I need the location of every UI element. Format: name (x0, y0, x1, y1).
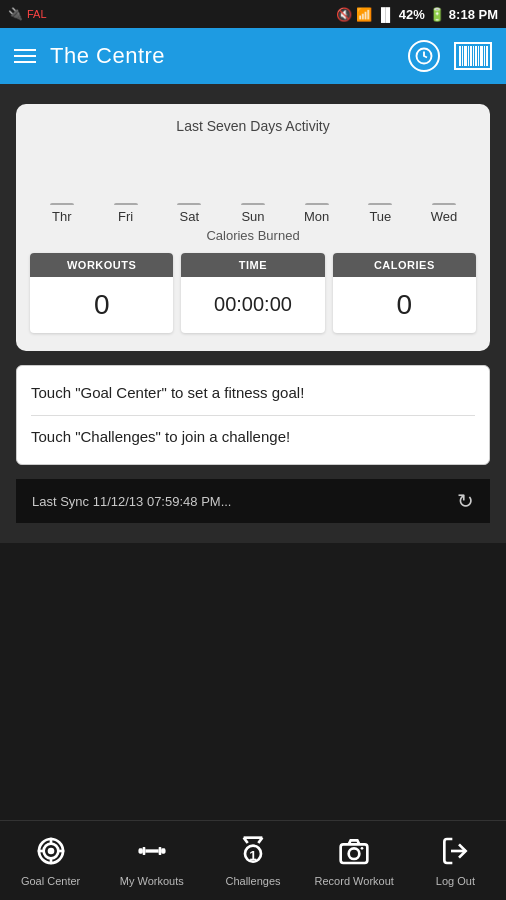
nav-my-workouts-label: My Workouts (120, 875, 184, 887)
svg-rect-9 (142, 847, 145, 855)
nav-goal-center[interactable]: Goal Center (0, 827, 101, 895)
wifi-icon: 📶 (356, 7, 372, 22)
app-bar: The Centre (0, 28, 506, 84)
nav-log-out[interactable]: Log Out (405, 827, 506, 895)
day-col-sat: Sat (163, 145, 215, 224)
refresh-icon[interactable]: ↻ (457, 489, 474, 513)
time-stat-card: TIME 00:00:00 (181, 253, 324, 333)
barcode-button[interactable] (454, 42, 492, 70)
svg-point-1 (47, 847, 54, 854)
day-col-fri: Fri (100, 145, 152, 224)
status-bar: 🔌 FAL 🔇 📶 ▐▌ 42% 🔋 8:18 PM (0, 0, 506, 28)
day-col-mon: Mon (291, 145, 343, 224)
usb-icon: 🔌 (8, 7, 23, 21)
hamburger-menu-button[interactable] (14, 49, 36, 63)
logout-icon (439, 835, 471, 871)
battery-icon: 🔋 (429, 7, 445, 22)
clock-button[interactable] (408, 40, 440, 72)
app-title: The Centre (50, 43, 165, 69)
nav-log-out-label: Log Out (436, 875, 475, 887)
time-stat-header: TIME (181, 253, 324, 277)
battery-label: 42% (399, 7, 425, 22)
medal-icon: 1 (237, 835, 269, 871)
tips-card: Touch "Goal Center" to set a fitness goa… (16, 365, 490, 465)
bar-chart: Thr Fri Sat Sun Mon Tue (30, 144, 476, 224)
tips-line2: Touch "Challenges" to join a challenge! (31, 426, 475, 449)
day-col-tue: Tue (354, 145, 406, 224)
target-icon (35, 835, 67, 871)
bottom-nav: Goal Center My Workouts 1 (0, 820, 506, 900)
notification-icon: FAL (27, 8, 47, 20)
signal-icon: ▐▌ (376, 7, 394, 22)
activity-card: Last Seven Days Activity Thr Fri Sat Sun (16, 104, 490, 351)
app-bar-right (408, 40, 492, 72)
camera-icon (338, 835, 370, 871)
calories-stat-header: CALORIES (333, 253, 476, 277)
status-right: 🔇 📶 ▐▌ 42% 🔋 8:18 PM (336, 7, 498, 22)
time-stat-value: 00:00:00 (181, 277, 324, 332)
day-col-thr: Thr (36, 145, 88, 224)
svg-rect-11 (158, 847, 161, 855)
calories-stat-value: 0 (333, 277, 476, 333)
nav-challenges[interactable]: 1 Challenges (202, 827, 303, 895)
nav-goal-center-label: Goal Center (21, 875, 80, 887)
sync-text: Last Sync 11/12/13 07:59:48 PM... (32, 494, 231, 509)
nav-challenges-label: Challenges (225, 875, 280, 887)
tips-line1: Touch "Goal Center" to set a fitness goa… (31, 382, 475, 405)
tips-divider (31, 415, 475, 416)
mute-icon: 🔇 (336, 7, 352, 22)
svg-rect-14 (161, 849, 165, 852)
barcode-graphic (459, 46, 488, 66)
dumbbell-icon (136, 835, 168, 871)
day-col-sun: Sun (227, 145, 279, 224)
nav-record-workout-label: Record Workout (315, 875, 394, 887)
calories-burned-label: Calories Burned (30, 228, 476, 243)
svg-rect-13 (138, 849, 142, 852)
clock-display: 8:18 PM (449, 7, 498, 22)
nav-record-workout[interactable]: Record Workout (304, 827, 405, 895)
status-left: 🔌 FAL (8, 7, 47, 21)
svg-text:1: 1 (249, 848, 257, 863)
workouts-stat-card: WORKOUTS 0 (30, 253, 173, 333)
stats-row: WORKOUTS 0 TIME 00:00:00 CALORIES 0 (30, 253, 476, 333)
svg-point-22 (361, 847, 364, 850)
app-bar-left: The Centre (14, 43, 165, 69)
workouts-stat-header: WORKOUTS (30, 253, 173, 277)
workouts-stat-value: 0 (30, 277, 173, 333)
svg-point-21 (349, 848, 360, 859)
sync-bar: Last Sync 11/12/13 07:59:48 PM... ↻ (16, 479, 490, 523)
nav-my-workouts[interactable]: My Workouts (101, 827, 202, 895)
calories-stat-card: CALORIES 0 (333, 253, 476, 333)
day-col-wed: Wed (418, 145, 470, 224)
card-title: Last Seven Days Activity (30, 118, 476, 134)
main-content: Last Seven Days Activity Thr Fri Sat Sun (0, 84, 506, 543)
